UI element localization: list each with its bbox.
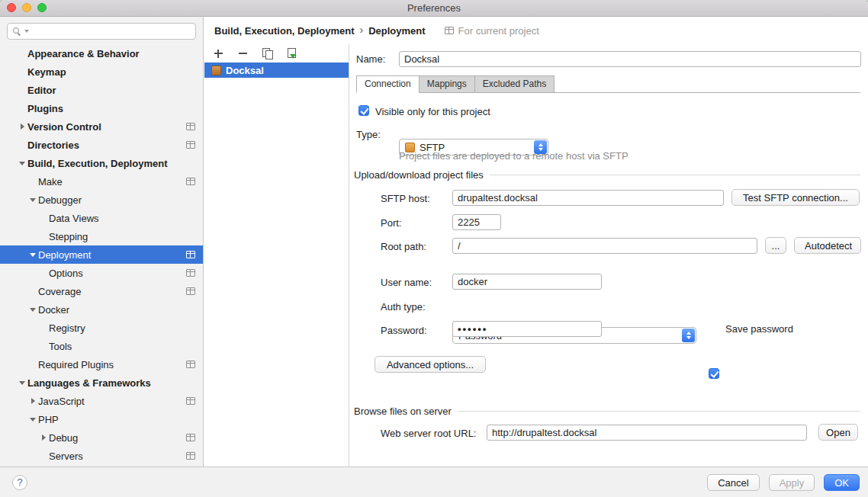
sidebar-item-data-views[interactable]: Data Views: [0, 209, 203, 227]
per-project-settings-icon: [186, 251, 195, 258]
sidebar-item-label: Registry: [49, 322, 85, 334]
tab-connection[interactable]: Connection: [356, 75, 420, 93]
minus-icon: [239, 50, 247, 58]
sidebar-item-version-control[interactable]: Version Control: [0, 117, 203, 136]
port-input[interactable]: [452, 214, 501, 230]
sidebar-item-label: Appearance & Behavior: [27, 48, 140, 59]
sidebar-item-label: Docker: [38, 304, 69, 316]
auth-type-label: Auth type:: [381, 301, 426, 313]
name-label: Name:: [356, 53, 385, 65]
tree-collapsed-arrow-icon[interactable]: [17, 123, 27, 130]
section-divider: [458, 411, 860, 412]
sidebar-item-debugger[interactable]: Debugger: [0, 191, 203, 209]
root-path-input[interactable]: [452, 238, 757, 254]
test-sftp-connection-button[interactable]: Test SFTP connection...: [731, 189, 860, 206]
user-name-input[interactable]: [452, 274, 602, 290]
save-password-label: Save password: [725, 323, 793, 335]
tree-expanded-arrow-icon[interactable]: [17, 162, 27, 165]
sidebar-item-label: Make: [38, 176, 63, 188]
cancel-button[interactable]: Cancel: [707, 474, 759, 491]
server-item-label: Docksal: [226, 65, 264, 76]
sidebar-item-label: Debug: [49, 432, 78, 444]
sidebar-item-servers[interactable]: Servers: [0, 447, 203, 465]
per-project-settings-icon: [186, 123, 195, 130]
remove-server-button[interactable]: [236, 47, 249, 59]
breadcrumb-section[interactable]: Build, Execution, Deployment: [214, 25, 354, 37]
visible-project-checkbox[interactable]: [358, 105, 369, 116]
sidebar-item-label: Plugins: [27, 103, 63, 114]
tree-expanded-arrow-icon[interactable]: [27, 308, 38, 312]
titlebar: Preferences: [0, 0, 868, 17]
sidebar-item-keymap[interactable]: Keymap: [0, 63, 203, 81]
autodetect-button[interactable]: Autodetect: [794, 237, 861, 254]
settings-search-box[interactable]: [7, 23, 196, 40]
sidebar-item-registry[interactable]: Registry: [0, 319, 203, 337]
sidebar-item-label: Editor: [27, 85, 56, 96]
user-name-label: User name:: [381, 277, 432, 288]
project-scope-label: For current project: [458, 25, 539, 37]
search-input[interactable]: [32, 26, 191, 37]
paste-server-button[interactable]: [285, 47, 297, 59]
per-project-settings-icon: [186, 361, 195, 368]
paste-icon: [287, 48, 297, 59]
sidebar-item-label: Build, Execution, Deployment: [27, 158, 167, 169]
breadcrumb: Build, Execution, Deployment › Deploymen…: [204, 17, 868, 44]
sidebar-item-debug[interactable]: Debug: [0, 428, 203, 447]
tree-collapsed-arrow-icon[interactable]: [38, 434, 49, 441]
preferences-window: Preferences Appearance & BehaviorKeymapE…: [0, 0, 868, 497]
tree-collapsed-arrow-icon[interactable]: [27, 398, 38, 404]
visible-project-label: Visible only for this project: [375, 106, 490, 117]
sidebar-item-javascript[interactable]: JavaScript: [0, 392, 203, 410]
tree-expanded-arrow-icon[interactable]: [27, 418, 38, 422]
per-project-settings-icon: [186, 434, 195, 441]
sidebar-item-required-plugins[interactable]: Required Plugins: [0, 355, 203, 374]
sidebar-item-label: Version Control: [27, 121, 101, 133]
sidebar-item-label: Required Plugins: [38, 359, 114, 370]
sidebar-item-make[interactable]: Make: [0, 172, 203, 191]
open-url-button[interactable]: Open: [818, 424, 858, 441]
sidebar-item-tools[interactable]: Tools: [0, 337, 203, 355]
sidebar-item-build-execution-deployment[interactable]: Build, Execution, Deployment: [0, 154, 203, 172]
port-label: Port:: [381, 217, 401, 229]
ok-button[interactable]: OK: [824, 474, 860, 491]
sidebar-item-languages-frameworks[interactable]: Languages & Frameworks: [0, 374, 203, 392]
browse-root-path-button[interactable]: ...: [765, 237, 786, 254]
search-history-chevron-icon[interactable]: [24, 30, 29, 33]
help-button[interactable]: ?: [12, 475, 27, 490]
footer-bar: ? Cancel Apply OK: [0, 467, 868, 497]
sidebar-item-directories[interactable]: Directories: [0, 136, 203, 154]
advanced-options-button[interactable]: Advanced options...: [375, 356, 486, 373]
sidebar-item-options[interactable]: Options: [0, 264, 203, 282]
sidebar-item-label: PHP: [38, 414, 59, 425]
server-toolbar: [204, 44, 349, 63]
sidebar-item-coverage[interactable]: Coverage: [0, 282, 203, 300]
sftp-host-input[interactable]: [452, 190, 724, 206]
copy-server-button[interactable]: [261, 47, 273, 59]
add-server-button[interactable]: [212, 47, 224, 59]
root-path-label: Root path:: [381, 241, 426, 252]
password-input[interactable]: [452, 321, 602, 337]
tab-mappings[interactable]: Mappings: [419, 75, 475, 93]
upload-section-title: Upload/download project files: [354, 169, 484, 181]
web-root-input[interactable]: [487, 425, 807, 441]
browse-section-header: Browse files on server: [354, 406, 860, 417]
type-help-text: Project files are deployed to a remote h…: [399, 150, 628, 162]
section-divider: [490, 175, 860, 175]
name-input[interactable]: [399, 51, 861, 67]
save-password-checkbox[interactable]: [709, 368, 719, 379]
search-icon: [12, 27, 21, 36]
sidebar-item-deployment[interactable]: Deployment: [0, 245, 203, 264]
apply-button[interactable]: Apply: [769, 474, 815, 491]
tree-expanded-arrow-icon[interactable]: [17, 381, 27, 385]
sidebar-item-php[interactable]: PHP: [0, 410, 203, 428]
tab-excluded-paths[interactable]: Excluded Paths: [474, 75, 555, 93]
sidebar-item-stepping[interactable]: Stepping: [0, 227, 203, 245]
sidebar-item-plugins[interactable]: Plugins: [0, 99, 203, 117]
password-label: Password:: [381, 325, 427, 336]
tree-expanded-arrow-icon[interactable]: [27, 198, 38, 202]
sidebar-item-editor[interactable]: Editor: [0, 81, 203, 99]
server-item-docksal[interactable]: Docksal: [204, 63, 349, 78]
tree-expanded-arrow-icon[interactable]: [27, 253, 38, 257]
sidebar-item-appearance-behavior[interactable]: Appearance & Behavior: [0, 44, 203, 63]
sidebar-item-docker[interactable]: Docker: [0, 300, 203, 319]
